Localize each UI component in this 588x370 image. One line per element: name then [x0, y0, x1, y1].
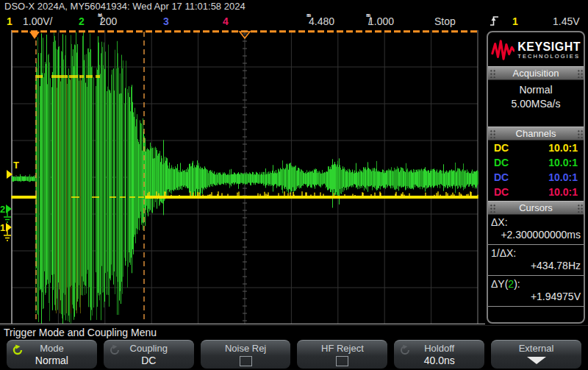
side-panel: KEYSIGHT TECHNOLOGIES Acquisition Normal…	[487, 31, 585, 324]
softkey-hf-reject[interactable]: HF Reject	[297, 340, 387, 369]
down-arrow-icon	[527, 357, 546, 364]
sample-rate: 5.00MSa/s	[488, 97, 584, 111]
noise-rej-checkbox[interactable]	[240, 356, 252, 366]
run-state: Stop	[434, 13, 456, 29]
channel-row-3: DC10.0:1	[488, 170, 584, 185]
rotate-knob-icon	[12, 344, 24, 356]
instrument-title: DSO-X 2024A, MY56041934: Wed Apr 17 11:0…	[4, 1, 245, 12]
divider	[488, 275, 584, 276]
ch1-scale: 1.00V/	[23, 13, 52, 29]
softkey-external[interactable]: External	[491, 340, 581, 369]
cursors-header: Cursors	[488, 201, 584, 215]
delta-x-label: ΔX:	[488, 215, 584, 229]
trigger-source: 1	[512, 13, 518, 29]
ch3-number: 3	[163, 13, 169, 29]
channel-row-1: DC10.0:1	[488, 140, 584, 155]
hf-reject-checkbox[interactable]	[336, 356, 348, 366]
softkey-noise-rej[interactable]: Noise Rej	[201, 340, 291, 369]
svg-text:1: 1	[0, 222, 5, 233]
softkey-row: Mode Normal Coupling DC Noise Rej HF Rej…	[0, 340, 588, 370]
softkey-holdoff[interactable]: Holdoff 40.0ns	[394, 340, 484, 369]
delta-y-label: ΔY(2):	[488, 277, 584, 291]
status-bar: 1 1.00V/ 2 200mV/ 3 4 4.480ms 1.000ms/ S…	[0, 13, 588, 29]
grip-icon	[489, 129, 495, 138]
rotate-knob-icon	[109, 344, 121, 356]
inverse-delta-x-value: +434.78Hz	[488, 260, 584, 274]
ch2-ground-marker[interactable]: 2	[0, 204, 12, 222]
delta-y-value: +1.94975V	[488, 291, 584, 305]
ch1-number: 1	[7, 13, 12, 29]
ch4-number: 4	[223, 13, 229, 29]
brand-sub: TECHNOLOGIES	[517, 53, 581, 60]
trigger-level-marker[interactable]: T	[7, 160, 19, 179]
ch1-ground-marker[interactable]: 1	[0, 222, 12, 241]
waveform-area: T 2 1	[0, 30, 485, 324]
grip-icon	[576, 129, 583, 138]
divider	[488, 306, 584, 307]
keysight-spark-icon	[491, 38, 514, 63]
grip-icon	[576, 203, 583, 213]
ch2-number: 2	[79, 13, 85, 29]
grip-icon	[489, 203, 495, 213]
svg-text:T: T	[13, 160, 19, 171]
divider	[488, 244, 584, 245]
acquisition-mode: Normal	[488, 83, 584, 97]
softkey-coupling[interactable]: Coupling DC	[104, 340, 194, 369]
trigger-slope-icon	[490, 15, 499, 32]
acquisition-header: Acquisition	[488, 66, 584, 80]
scope-display: T 2 1	[0, 30, 485, 324]
trigger-level: 1.45V	[553, 13, 580, 29]
svg-text:2: 2	[0, 204, 5, 215]
inverse-delta-x-label: 1/ΔX:	[488, 246, 584, 260]
delta-x-value: +2.300000000ms	[488, 229, 584, 243]
keysight-logo: KEYSIGHT TECHNOLOGIES	[488, 32, 584, 66]
grip-icon	[576, 68, 583, 78]
menu-title: Trigger Mode and Coupling Menu	[0, 325, 588, 340]
softkey-mode[interactable]: Mode Normal	[7, 340, 97, 369]
grip-icon	[489, 68, 495, 78]
title-bar: DSO-X 2024A, MY56041934: Wed Apr 17 11:0…	[0, 0, 588, 13]
channels-header: Channels	[488, 127, 584, 140]
channel-row-2: DC10.0:1	[488, 155, 584, 170]
rotate-knob-icon	[399, 344, 411, 356]
brand-name: KEYSIGHT	[517, 40, 581, 53]
channel-row-4: DC10.0:1	[488, 185, 584, 199]
